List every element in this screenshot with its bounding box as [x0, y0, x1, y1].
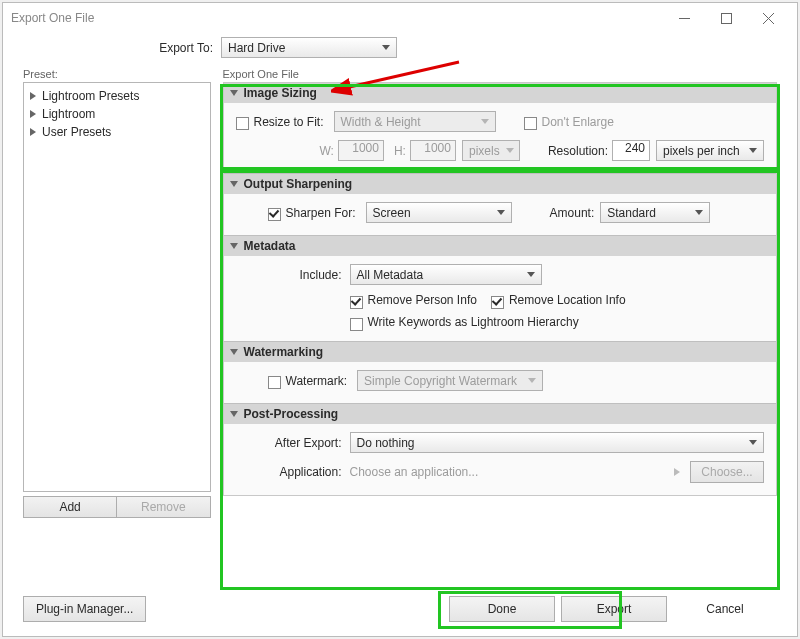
- chevron-down-icon: [497, 210, 505, 215]
- export-button[interactable]: Export: [561, 596, 667, 622]
- preset-list[interactable]: Lightroom Presets Lightroom User Presets: [23, 82, 211, 492]
- triangle-right-icon: [30, 110, 36, 118]
- add-button[interactable]: Add: [23, 496, 117, 518]
- chevron-down-icon: [481, 119, 489, 124]
- section-sharpening-header[interactable]: Output Sharpening: [224, 173, 777, 194]
- triangle-down-icon: [230, 349, 238, 355]
- triangle-down-icon: [230, 90, 238, 96]
- window-title: Export One File: [11, 11, 663, 25]
- width-input[interactable]: 1000: [338, 140, 384, 161]
- application-value: Choose an application...: [350, 465, 675, 479]
- width-label: W:: [320, 144, 334, 158]
- watermark-checkbox[interactable]: [268, 376, 281, 389]
- section-watermarking-header[interactable]: Watermarking: [224, 341, 777, 362]
- chevron-down-icon: [527, 272, 535, 277]
- triangle-down-icon: [230, 243, 238, 249]
- choose-button[interactable]: Choose...: [690, 461, 764, 483]
- maximize-button[interactable]: [705, 4, 747, 32]
- triangle-right-icon: [30, 128, 36, 136]
- triangle-right-icon: [30, 92, 36, 100]
- done-button[interactable]: Done: [449, 596, 555, 622]
- amount-label: Amount:: [550, 206, 595, 220]
- preset-item[interactable]: Lightroom Presets: [24, 87, 210, 105]
- sharpen-for-label: Sharpen For:: [286, 206, 356, 220]
- unit-select[interactable]: pixels: [462, 140, 520, 161]
- export-to-label: Export To:: [143, 41, 221, 55]
- right-panel-label: Export One File: [223, 68, 778, 80]
- resolution-label: Resolution:: [548, 144, 608, 158]
- fit-mode-select[interactable]: Width & Height: [334, 111, 496, 132]
- triangle-right-icon: [674, 468, 680, 476]
- resize-to-fit-checkbox[interactable]: [236, 117, 249, 130]
- resolution-input[interactable]: 240: [612, 140, 650, 161]
- triangle-down-icon: [230, 181, 238, 187]
- chevron-down-icon: [749, 148, 757, 153]
- remove-button[interactable]: Remove: [117, 496, 210, 518]
- resolution-unit-select[interactable]: pixels per inch: [656, 140, 764, 161]
- remove-person-label: Remove Person Info: [368, 293, 477, 307]
- export-to-select[interactable]: Hard Drive: [221, 37, 397, 58]
- plugin-manager-button[interactable]: Plug-in Manager...: [23, 596, 146, 622]
- sharpen-for-checkbox[interactable]: [268, 208, 281, 221]
- chevron-down-icon: [695, 210, 703, 215]
- after-export-select[interactable]: Do nothing: [350, 432, 765, 453]
- triangle-down-icon: [230, 411, 238, 417]
- section-image-sizing-header[interactable]: Image Sizing: [224, 83, 777, 103]
- cancel-button[interactable]: Cancel: [673, 597, 777, 621]
- remove-location-label: Remove Location Info: [509, 293, 626, 307]
- write-keywords-checkbox[interactable]: [350, 318, 363, 331]
- dont-enlarge-label: Don't Enlarge: [542, 115, 614, 129]
- preset-item[interactable]: User Presets: [24, 123, 210, 141]
- amount-select[interactable]: Standard: [600, 202, 710, 223]
- preset-item[interactable]: Lightroom: [24, 105, 210, 123]
- minimize-button[interactable]: [663, 4, 705, 32]
- export-to-value: Hard Drive: [228, 41, 285, 55]
- height-label: H:: [394, 144, 406, 158]
- include-select[interactable]: All Metadata: [350, 264, 542, 285]
- svg-rect-0: [721, 13, 731, 23]
- write-keywords-label: Write Keywords as Lightroom Hierarchy: [368, 315, 579, 329]
- height-input[interactable]: 1000: [410, 140, 456, 161]
- remove-person-checkbox[interactable]: [350, 296, 363, 309]
- section-metadata-header[interactable]: Metadata: [224, 235, 777, 256]
- preset-label: Preset:: [23, 68, 211, 80]
- chevron-down-icon: [528, 378, 536, 383]
- resize-to-fit-label: Resize to Fit:: [254, 115, 324, 129]
- include-label: Include:: [236, 268, 350, 282]
- dont-enlarge-checkbox: [524, 117, 537, 130]
- chevron-down-icon: [382, 45, 390, 50]
- section-post-processing-header[interactable]: Post-Processing: [224, 403, 777, 424]
- chevron-down-icon: [749, 440, 757, 445]
- application-label: Application:: [236, 465, 350, 479]
- watermark-label: Watermark:: [286, 374, 348, 388]
- watermark-select[interactable]: Simple Copyright Watermark: [357, 370, 543, 391]
- after-export-label: After Export:: [236, 436, 350, 450]
- remove-location-checkbox[interactable]: [491, 296, 504, 309]
- chevron-down-icon: [506, 148, 514, 153]
- sharpen-for-select[interactable]: Screen: [366, 202, 512, 223]
- close-button[interactable]: [747, 4, 789, 32]
